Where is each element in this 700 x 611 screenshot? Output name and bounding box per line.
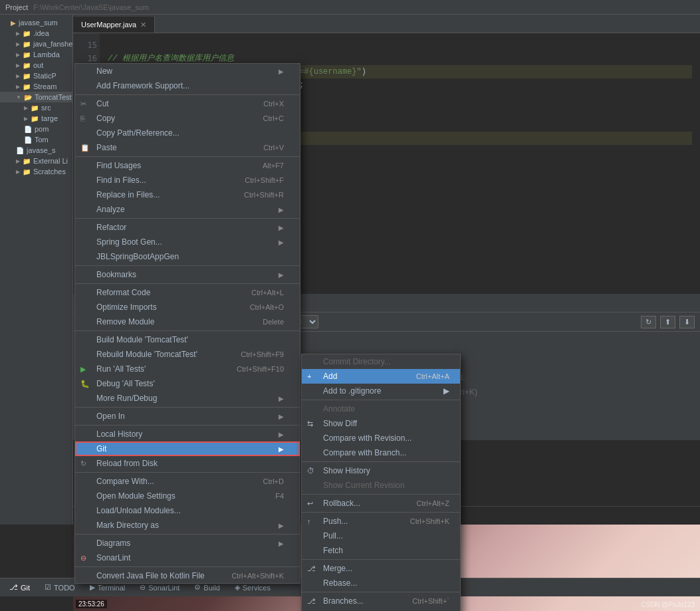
menu-label: Cut bbox=[96, 99, 109, 108]
sidebar-item-tom[interactable]: 📄 Tom bbox=[0, 134, 72, 145]
sidebar-item-external-lib[interactable]: ▶ 📁 External Li bbox=[0, 156, 72, 166]
git-menu-pull[interactable]: Pull... bbox=[302, 529, 460, 543]
sidebar-item-stream[interactable]: ▶ 📁 Stream bbox=[0, 81, 72, 92]
menu-item-build-module[interactable]: Build Module 'TomcatTest' bbox=[75, 332, 300, 347]
sidebar-label: src bbox=[41, 104, 51, 112]
git-menu-fetch[interactable]: Fetch bbox=[302, 543, 460, 558]
menu-item-copy-path[interactable]: Copy Path/Reference... bbox=[75, 126, 300, 140]
tab-label: UserMapper.java bbox=[81, 21, 136, 29]
sidebar-item-javase-s[interactable]: 📄 javase_s bbox=[0, 145, 72, 156]
separator bbox=[75, 407, 300, 408]
menu-item-bookmarks[interactable]: Bookmarks ▶ bbox=[75, 267, 300, 282]
git-submenu: Commit Directory... + Add Ctrl+Alt+A Add… bbox=[301, 354, 461, 611]
menu-item-find-in-files[interactable]: Find in Files... Ctrl+Shift+F bbox=[75, 173, 300, 187]
menu-label: Add to .gitignore bbox=[323, 386, 381, 396]
menu-label: Show History bbox=[323, 466, 370, 475]
git-menu-show-diff[interactable]: ⇆ Show Diff bbox=[302, 416, 460, 431]
menu-item-open-module-settings[interactable]: Open Module Settings F4 bbox=[75, 489, 300, 503]
menu-item-jbl-spring[interactable]: JBLSpringBootAppGen bbox=[75, 249, 300, 264]
sidebar-item-lambda[interactable]: ▶ 📁 Lambda bbox=[0, 49, 72, 60]
menu-item-git[interactable]: Git ▶ bbox=[75, 441, 300, 456]
close-tab-icon[interactable]: ✕ bbox=[140, 21, 146, 29]
editor-tab-usermapper[interactable]: UserMapper.java ✕ bbox=[73, 17, 155, 33]
menu-label: Find Usages bbox=[96, 161, 141, 170]
menu-item-open-in[interactable]: Open In ▶ bbox=[75, 409, 300, 424]
menu-item-more-run[interactable]: More Run/Debug ▶ bbox=[75, 391, 300, 406]
git-menu-rollback[interactable]: ↩ Rollback... Ctrl+Alt+Z bbox=[302, 496, 460, 511]
sidebar-item-src[interactable]: ▶ 📁 src bbox=[0, 102, 72, 113]
git-menu-merge[interactable]: ⎇ Merge... bbox=[302, 561, 460, 576]
sidebar-item-tomcattest[interactable]: ▼ 📂 TomcatTest bbox=[0, 92, 72, 102]
sonar-icon: ⊖ bbox=[140, 583, 146, 592]
menu-item-debug-tests[interactable]: 🐛 Debug 'All Tests' bbox=[75, 376, 300, 391]
menu-item-diagrams[interactable]: Diagrams ▶ bbox=[75, 536, 300, 550]
git-menu-show-history[interactable]: ⏱ Show History bbox=[302, 463, 460, 478]
sidebar-item-out[interactable]: ▶ 📁 out bbox=[0, 60, 72, 70]
menu-item-new[interactable]: New ▶ bbox=[75, 64, 300, 78]
separator bbox=[75, 330, 300, 331]
sidebar-label: TomcatTest bbox=[35, 93, 72, 101]
next-button[interactable]: ⬇ bbox=[679, 316, 695, 328]
prev-button[interactable]: ⬆ bbox=[660, 316, 675, 328]
menu-item-add-framework[interactable]: Add Framework Support... bbox=[75, 78, 300, 93]
shortcut-cut: Ctrl+X bbox=[263, 100, 284, 108]
menu-item-find-usages[interactable]: Find Usages Alt+F7 bbox=[75, 158, 300, 173]
arrow-icon: ▶ bbox=[16, 31, 20, 37]
sidebar-label: Tom bbox=[35, 136, 49, 144]
git-menu-show-current-revision: Show Current Revision bbox=[302, 478, 460, 493]
git-menu-compare-branch[interactable]: Compare with Branch... bbox=[302, 445, 460, 460]
menu-item-reload-from-disk[interactable]: ↻ Reload from Disk bbox=[75, 456, 300, 471]
git-menu-compare-revision[interactable]: Compare with Revision... bbox=[302, 431, 460, 445]
menu-item-replace-in-files[interactable]: Replace in Files... Ctrl+Shift+R bbox=[75, 187, 300, 202]
menu-item-convert-kotlin[interactable]: Convert Java File to Kotlin File Ctrl+Al… bbox=[75, 568, 300, 583]
menu-item-paste[interactable]: 📋 Paste Ctrl+V bbox=[75, 140, 300, 155]
separator bbox=[75, 265, 300, 266]
git-tab-label: Git bbox=[21, 584, 30, 592]
refresh-button[interactable]: ↻ bbox=[641, 316, 656, 328]
sidebar-item-pom[interactable]: 📄 pom bbox=[0, 124, 72, 134]
git-menu-push[interactable]: ↑ Push... Ctrl+Shift+K bbox=[302, 514, 460, 529]
submenu-arrow: ▶ bbox=[279, 395, 284, 402]
git-icon: ⎇ bbox=[9, 583, 18, 592]
menu-item-compare-with[interactable]: Compare With... Ctrl+D bbox=[75, 474, 300, 489]
menu-label: Load/Unload Modules... bbox=[96, 506, 181, 515]
git-tab[interactable]: ⎇ Git bbox=[3, 581, 37, 594]
shortcut-remove: Delete bbox=[263, 318, 284, 326]
git-menu-add-gitignore[interactable]: Add to .gitignore ▶ bbox=[302, 384, 460, 398]
git-menu-add[interactable]: + Add Ctrl+Alt+A bbox=[302, 369, 460, 384]
menu-item-rebuild-module[interactable]: Rebuild Module 'TomcatTest' Ctrl+Shift+F… bbox=[75, 347, 300, 362]
menu-label: Merge... bbox=[323, 564, 352, 573]
sidebar-label: targe bbox=[41, 114, 58, 122]
sidebar-label: pom bbox=[35, 125, 49, 133]
separator bbox=[75, 425, 300, 426]
sidebar-item-staticp[interactable]: ▶ 📁 StaticP bbox=[0, 70, 72, 81]
sidebar-item-targe[interactable]: ▶ 📁 targe bbox=[0, 113, 72, 124]
menu-item-remove-module[interactable]: Remove Module Delete bbox=[75, 314, 300, 329]
menu-item-run-tests[interactable]: ▶ Run 'All Tests' Ctrl+Shift+F10 bbox=[75, 362, 300, 376]
arrow-icon: ▶ bbox=[24, 105, 28, 111]
git-actions: ↻ ⬆ ⬇ bbox=[641, 316, 695, 328]
separator bbox=[75, 156, 300, 157]
menu-item-copy[interactable]: ⎘ Copy Ctrl+C bbox=[75, 111, 300, 126]
sidebar-item-java-fanshe[interactable]: ▶ 📁 java_fanshe bbox=[0, 39, 72, 49]
git-menu-branches[interactable]: ⎇ Branches... Ctrl+Shift+` bbox=[302, 594, 460, 608]
top-bar: Project F:\WorkCenter\JavaSE\javase_sum bbox=[0, 0, 700, 15]
sidebar-item-javase-sum[interactable]: ▶ javase_sum bbox=[0, 17, 72, 28]
menu-item-cut[interactable]: ✂ Cut Ctrl+X bbox=[75, 96, 300, 111]
run-icon: ▶ bbox=[80, 365, 86, 374]
sidebar-item-idea[interactable]: ▶ 📁 .idea bbox=[0, 28, 72, 39]
sidebar-item-scratches[interactable]: ▶ 📁 Scratches bbox=[0, 166, 72, 177]
menu-item-load-unload-modules[interactable]: Load/Unload Modules... bbox=[75, 503, 300, 518]
git-menu-rebase[interactable]: Rebase... bbox=[302, 576, 460, 590]
csdn-watermark: CSDN @PoJo123 bbox=[641, 601, 695, 608]
menu-item-mark-directory[interactable]: Mark Directory as ▶ bbox=[75, 518, 300, 533]
menu-item-spring-boot-gen[interactable]: Spring Boot Gen... ▶ bbox=[75, 235, 300, 249]
menu-item-reformat[interactable]: Reformat Code Ctrl+Alt+L bbox=[75, 285, 300, 300]
menu-label: New bbox=[96, 66, 112, 76]
menu-item-sonarlint[interactable]: ⊖ SonarLint bbox=[75, 550, 300, 565]
menu-item-refactor[interactable]: Refactor ▶ bbox=[75, 220, 300, 235]
submenu-arrow: ▶ bbox=[279, 540, 284, 547]
menu-item-analyze[interactable]: Analyze ▶ bbox=[75, 202, 300, 217]
menu-item-local-history[interactable]: Local History ▶ bbox=[75, 427, 300, 441]
menu-item-optimize-imports[interactable]: Optimize Imports Ctrl+Alt+O bbox=[75, 300, 300, 314]
